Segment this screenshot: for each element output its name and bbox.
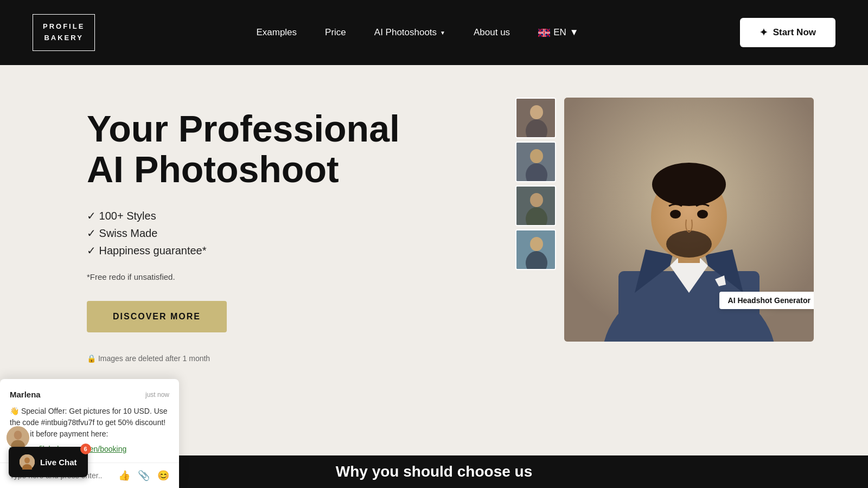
chat-timestamp: just now [145,391,169,399]
bottom-heading: Why you should choose us [336,463,532,480]
chat-header: Marlena just now [10,390,169,399]
guarantee-note: *Free redo if unsatisfied. [87,272,532,281]
feature-swiss: ✓ Swiss Made [87,227,532,240]
start-now-button[interactable]: ✦ Start Now [740,18,835,47]
privacy-note: 🔒 Images are deleted after 1 month [87,354,532,363]
language-label: EN [553,27,566,38]
hero-image-section: AI Headshot Generator [564,98,814,342]
chat-action-icons: 👍 📎 😊 [118,470,169,481]
feature-happiness: ✓ Happiness guarantee* [87,244,532,257]
svg-point-26 [14,431,22,439]
svg-point-20 [652,163,726,206]
thumbnail-4 [515,229,556,270]
svg-point-4 [530,149,543,163]
chevron-down-icon: ▼ [440,30,445,36]
chat-message: 👋 Special Offer: Get pictures for 10 USD… [10,406,169,440]
thumbs-up-icon[interactable]: 👍 [118,470,130,481]
chat-sender-name: Marlena [10,390,41,399]
attachment-icon[interactable]: 📎 [138,470,150,481]
live-chat-button[interactable]: Live Chat 6 [9,447,88,477]
ai-badge: AI Headshot Generator [719,292,814,309]
main-photo: AI Headshot Generator [564,98,814,342]
thumbnail-strip [515,98,556,270]
nav-price[interactable]: Price [325,27,346,38]
thumbnail-1 [515,98,556,138]
svg-point-1 [530,105,543,119]
main-nav: Examples Price AI Photoshoots ▼ About us… [256,27,578,38]
svg-point-10 [530,237,543,251]
main-content: Your Professional AI Photoshoot ✓ 100+ S… [0,65,868,488]
svg-point-23 [697,210,708,219]
svg-point-21 [666,230,712,258]
language-selector[interactable]: EN ▼ [538,27,578,38]
nav-about[interactable]: About us [474,27,510,38]
features-list: ✓ 100+ Styles ✓ Swiss Made ✓ Happiness g… [87,209,532,257]
nav-ai-photoshoots[interactable]: AI Photoshoots ▼ [374,27,445,38]
svg-point-29 [24,458,30,464]
live-chat-badge: 6 [80,444,91,454]
svg-point-7 [530,193,543,207]
live-chat-label: Live Chat [40,458,77,467]
wand-icon: ✦ [760,27,768,38]
thumbnail-2 [515,142,556,182]
emoji-icon[interactable]: 😊 [157,470,169,481]
hero-title: Your Professional AI Photoshoot [87,108,532,190]
discover-more-button[interactable]: DISCOVER MORE [87,301,227,332]
logo[interactable]: PROFILE BAKERY [33,14,95,51]
feature-styles: ✓ 100+ Styles [87,209,532,222]
svg-point-22 [670,210,681,219]
nav-examples[interactable]: Examples [256,27,297,38]
lang-chevron-icon: ▼ [570,27,579,38]
site-header: PROFILE BAKERY Examples Price AI Photosh… [0,0,868,65]
thumbnail-3 [515,185,556,226]
flag-icon [538,29,550,37]
live-chat-avatar-icon [20,454,35,470]
hero-left: Your Professional AI Photoshoot ✓ 100+ S… [87,98,532,363]
